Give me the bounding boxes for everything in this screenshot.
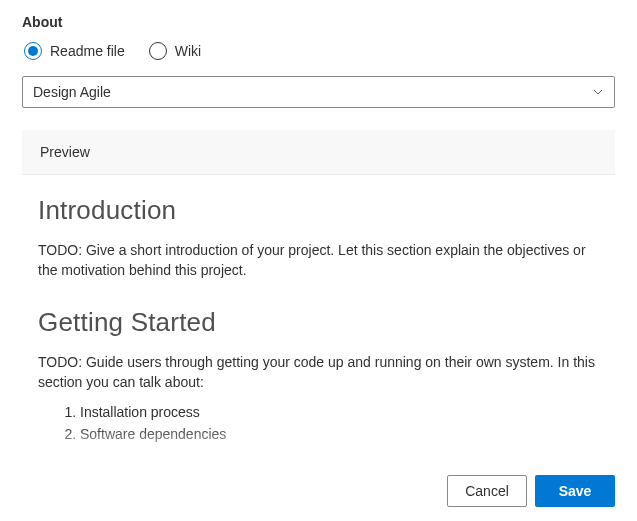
dialog-footer: Cancel Save: [447, 475, 615, 507]
cancel-button[interactable]: Cancel: [447, 475, 527, 507]
intro-text: TODO: Give a short introduction of your …: [38, 240, 599, 281]
getting-started-text: TODO: Guide users through getting your c…: [38, 352, 599, 393]
radio-wiki-label: Wiki: [175, 43, 201, 59]
radio-icon: [149, 42, 167, 60]
about-section-title: About: [22, 14, 615, 30]
preview-tab[interactable]: Preview: [22, 130, 615, 174]
chevron-down-icon: [592, 86, 604, 98]
readme-preview-content: Introduction TODO: Give a short introduc…: [22, 175, 615, 446]
list-item: Installation process: [80, 402, 599, 424]
dropdown-selected-value: Design Agile: [33, 84, 111, 100]
radio-option-wiki[interactable]: Wiki: [149, 42, 201, 60]
preview-panel: Preview: [22, 130, 615, 175]
getting-started-steps: Installation process Software dependenci…: [38, 402, 599, 445]
radio-readme-label: Readme file: [50, 43, 125, 59]
list-item: Software dependencies: [80, 424, 599, 446]
about-source-radio-group: Readme file Wiki: [22, 42, 615, 60]
readme-source-dropdown[interactable]: Design Agile: [22, 76, 615, 108]
radio-option-readme[interactable]: Readme file: [24, 42, 125, 60]
intro-heading: Introduction: [38, 195, 599, 226]
radio-icon: [24, 42, 42, 60]
save-button[interactable]: Save: [535, 475, 615, 507]
getting-started-heading: Getting Started: [38, 307, 599, 338]
